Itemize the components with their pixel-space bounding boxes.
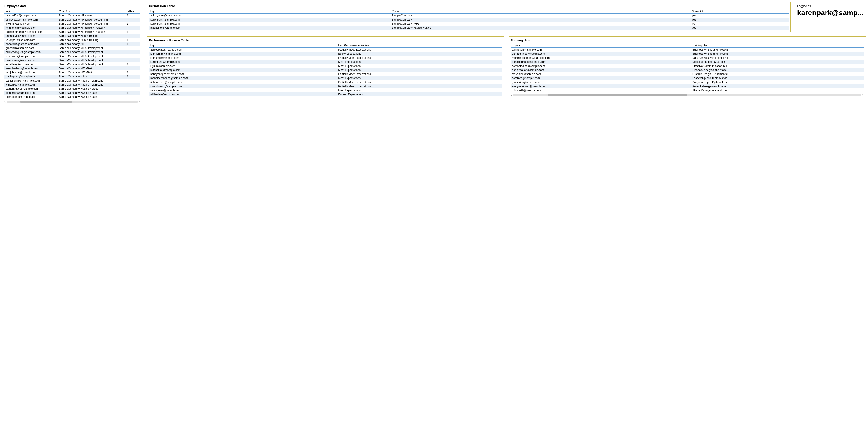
employee-table-row: jenniferkim@sample.com SampleCompany->Fi… [4,26,141,30]
employee-ishead [126,34,141,38]
employee-ishead [126,26,141,30]
permission-chain: SampleCompany->Sales->Sales [391,26,690,30]
employee-login: ashleybaker@sample.com [4,18,57,22]
review-login: jenniferkim@sample.com [149,52,337,56]
employee-chain1: SampleCompany->IT->Development [57,50,125,54]
employee-chain1: SampleCompany->IT->Development [57,58,125,62]
top-row: Employee data login Chain1 isHead mitche… [2,2,866,105]
employee-login: travisgreen@sample.com [4,74,57,78]
employee-login: stevenlee@sample.com [4,54,57,58]
permission-col-login[interactable]: login [149,9,391,13]
training-table-row: stevenlee@sample.com Graphic Design Fund… [510,72,864,76]
employee-ishead [126,50,141,54]
employee-table-row: travisgreen@sample.com SampleCompany->Sa… [4,74,141,78]
employee-table-row: sarahlee@sample.com SampleCompany->IT->D… [4,62,141,66]
employee-ishead: 1 [126,38,141,42]
training-table-row: danieljohnson@sample.com Digital Marketi… [510,60,864,64]
training-data-table: login Training title annadavis@sample.co… [510,43,864,92]
employee-chain1: SampleCompany->Finance->Accounting [57,18,125,22]
review-login: rachelhernandez@sample.com [149,76,337,80]
employee-ishead: 1 [126,91,141,95]
employee-scroll-prev[interactable]: < [4,100,6,103]
employee-table-row: richardchen@sample.com SampleCompany->Sa… [4,95,141,99]
training-title: Data Analysis with Excel: Fror [691,56,864,60]
review-value: Below Expecations [337,52,502,56]
employee-login: rachelhernandez@sample.com [4,30,57,34]
employee-ishead [126,58,141,62]
training-table-row: samanthalee@sample.com Business Writing … [510,52,864,56]
review-col-review[interactable]: Last Performance Review [337,43,502,48]
permission-col-showdpt[interactable]: ShowDpt [690,9,788,13]
employee-scrollbar-track[interactable] [6,101,138,103]
training-scrollbar-row: < > [510,94,864,96]
employee-ishead: 1 [126,74,141,78]
employee-chain1: SampleCompany->Sales->Sales [57,91,125,95]
training-col-login[interactable]: login [510,43,691,48]
training-table-row: rachelhernandez@sample.com Data Analysis… [510,56,864,60]
review-value: Meet Expectations [337,68,502,72]
training-data-section: Training data login Training title annad… [508,36,866,98]
employee-ishead [126,18,141,22]
permission-col-chain[interactable]: Chain [391,9,690,13]
employee-chain1: SampleCompany->IT->Development [57,46,125,50]
training-table-row: ashleybaker@sample.com Financial Analysi… [510,68,864,72]
employee-table-row: williamlee@sample.com SampleCompany->Sal… [4,83,141,87]
training-login: ashleybaker@sample.com [510,68,691,72]
employee-col-chain1[interactable]: Chain1 [57,9,125,13]
review-login: karenpark@sample.com [149,60,337,64]
employee-ishead [126,87,141,91]
permission-showdpt: yes [690,26,788,30]
training-table-row: sarahlee@sample.com Leadership and Team … [510,76,864,80]
permission-loggedas-row: Permission Table login Chain ShowDpt anl… [147,2,866,32]
training-login: stevenlee@sample.com [510,72,691,76]
review-login: nancybridges@sample.com [149,72,337,76]
employee-table-row: stevenlee@sample.com SampleCompany->IT->… [4,54,141,58]
training-table-row: annadavis@sample.com Business Writing an… [510,48,864,52]
training-login: johnsmith@sample.com [510,88,691,92]
training-scrollbar-track[interactable] [513,94,861,96]
employee-table-row: johnsmith@sample.com SampleCompany->Sale… [4,91,141,95]
employee-login: annadavis@sample.com [4,34,57,38]
training-title: Financial Analysis and Model [691,68,864,72]
review-table-row: ashleybaker@sample.com Partially Meet Ex… [149,48,502,52]
employee-login: williamlee@sample.com [4,83,57,87]
employee-data-title: Employee data [4,4,141,8]
employee-col-ishead[interactable]: isHead [126,9,141,13]
employee-login: josephadams@sample.com [4,66,57,70]
training-scroll-next[interactable]: > [862,94,864,96]
training-scrollbar-thumb [548,94,687,96]
employee-login: johnsmith@sample.com [4,91,57,95]
employee-col-login[interactable]: login [4,9,57,13]
employee-scroll-next[interactable]: > [139,100,141,103]
permission-showdpt: yes [690,13,788,18]
review-col-login[interactable]: login [149,43,337,48]
employee-table-row: mitchellfox@sample.com SampleCompany->Fi… [4,13,141,18]
training-title: Graphic Design Fundamental [691,72,864,76]
employee-table-row: lilykim@sample.com SampleCompany->Financ… [4,22,141,26]
permission-table-row: karenpark@sample.com SampleCompany->HR n… [149,22,789,26]
training-table-row: emilyrodriguez@sample.com Project Manage… [510,84,864,88]
employee-chain1: SampleCompany->IT [57,42,125,46]
review-table-row: travisgreen@sample.com Meet Expectations [149,88,502,92]
review-value: Exceed Expectations [337,92,502,96]
review-value: Meet Expectations [337,60,502,64]
employee-chain1: SampleCompany->Finance->Treasury [57,30,125,34]
employee-login: richardchen@sample.com [4,95,57,99]
employee-scrollbar-thumb [20,101,72,103]
permission-showdpt: no [690,22,788,26]
employee-table-row: ashleybaker@sample.com SampleCompany->Fi… [4,18,141,22]
training-login: rachelhernandez@sample.com [510,56,691,60]
employee-ishead: 1 [126,22,141,26]
training-scroll-prev[interactable]: < [510,94,512,96]
employee-ishead [126,78,141,83]
employee-ishead: 1 [126,62,141,66]
employee-table-row: karenpark@sample.com SampleCompany->HR->… [4,38,141,42]
permission-table-title: Permission Table [149,4,789,8]
permission-chain: SampleCompany [391,18,690,22]
review-value: Partially Meet Expectations [337,72,502,76]
training-table-row: gracekim@sample.com Programming in Pytho… [510,80,864,84]
training-login: samanthalee@sample.com [510,64,691,68]
review-table-row: karenpark@sample.com Meet Expectations [149,60,502,64]
training-col-title[interactable]: Training title [691,43,864,48]
employee-login: lilykim@sample.com [4,22,57,26]
